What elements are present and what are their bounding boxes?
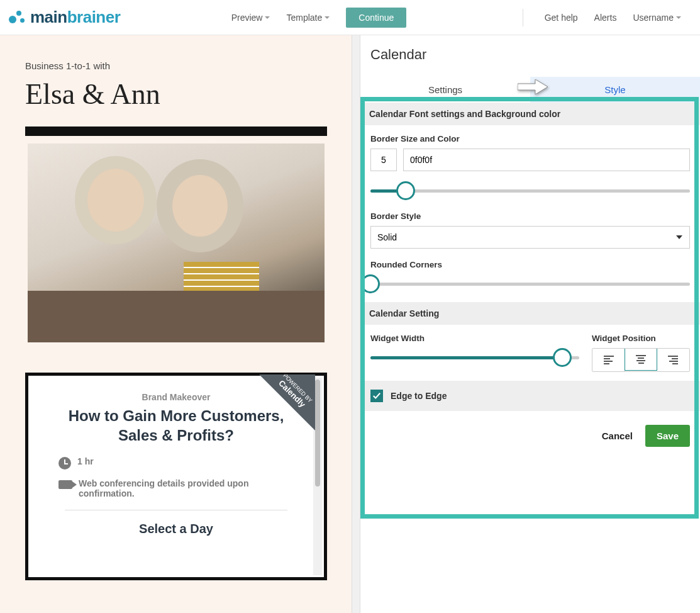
align-right-icon	[668, 356, 678, 364]
edge-to-edge-label: Edge to Edge	[391, 391, 447, 401]
slider-thumb[interactable]	[396, 181, 415, 200]
logo-text-accent: brainer	[67, 8, 121, 26]
widget-position-group	[592, 348, 690, 372]
hero-overline: Business 1-to-1 with	[25, 60, 326, 71]
event-category: Brand Makeover	[50, 392, 303, 402]
align-left-button[interactable]	[592, 349, 625, 371]
border-style-select[interactable]: Solid	[370, 226, 690, 249]
hero-title: Elsa & Ann	[25, 77, 326, 111]
save-button[interactable]: Save	[645, 425, 690, 447]
border-color-input[interactable]	[403, 149, 690, 171]
rounded-corners-label: Rounded Corners	[370, 260, 690, 269]
section-calendar-setting: Calendar Setting	[360, 302, 700, 325]
nav-username[interactable]: Username	[633, 13, 681, 23]
panel-title: Calendar	[360, 35, 700, 77]
divider	[65, 510, 287, 510]
clock-icon	[58, 457, 71, 470]
slider-thumb[interactable]	[553, 348, 572, 367]
chevron-down-icon	[325, 16, 330, 19]
panel-tabs: Settings Style	[360, 77, 700, 103]
align-center-icon	[636, 355, 646, 364]
select-day-heading: Select a Day	[50, 522, 303, 536]
event-location: Web conferencing details provided upon c…	[79, 478, 303, 498]
event-title: How to Gain More Customers, Sales & Prof…	[50, 406, 303, 445]
chevron-down-icon	[676, 16, 681, 19]
video-icon	[58, 480, 72, 489]
section-font-settings: Calendar Font settings and Background co…	[360, 103, 700, 125]
nav-gethelp[interactable]: Get help	[545, 13, 578, 23]
align-left-icon	[604, 356, 614, 364]
rounded-corners-slider[interactable]	[370, 274, 690, 293]
pane-resizer[interactable]	[352, 35, 360, 613]
widget-width-slider[interactable]	[370, 348, 579, 367]
logo-text-main: main	[30, 8, 67, 26]
calendly-widget[interactable]: POWERED BY Calendly Brand Makeover How t…	[25, 373, 327, 580]
hero-image	[28, 143, 325, 342]
scrollbar-thumb[interactable]	[315, 380, 320, 486]
top-nav: mainbrainer Preview Template Continue Ge…	[0, 0, 700, 35]
event-duration: 1 hr	[77, 456, 303, 466]
tab-settings[interactable]: Settings	[360, 77, 530, 103]
arrow-callout-icon	[518, 79, 548, 94]
border-size-input[interactable]	[370, 149, 397, 171]
nav-preview[interactable]: Preview	[231, 13, 270, 23]
widget-width-label: Widget Width	[370, 334, 579, 343]
nav-alerts[interactable]: Alerts	[594, 13, 617, 23]
tab-style[interactable]: Style	[530, 77, 700, 103]
continue-button[interactable]: Continue	[346, 8, 406, 28]
edge-to-edge-checkbox[interactable]	[370, 390, 383, 402]
border-size-slider[interactable]	[370, 181, 690, 200]
hero-divider	[25, 127, 327, 136]
properties-panel: Calendar Settings Style Calendar Font se…	[360, 35, 700, 613]
slider-thumb[interactable]	[361, 274, 380, 293]
check-icon	[372, 391, 381, 400]
edge-to-edge-row: Edge to Edge	[360, 381, 700, 411]
chevron-down-icon	[265, 16, 270, 19]
nav-template[interactable]: Template	[286, 13, 330, 23]
widget-position-label: Widget Position	[592, 334, 690, 343]
cancel-button[interactable]: Cancel	[602, 430, 633, 441]
divider	[523, 9, 523, 26]
align-right-button[interactable]	[657, 349, 689, 371]
brand-logo[interactable]: mainbrainer	[6, 8, 120, 27]
logo-icon	[8, 8, 26, 27]
align-center-button[interactable]	[625, 348, 657, 371]
preview-canvas: Business 1-to-1 with Elsa & Ann POWERED …	[0, 35, 352, 613]
border-size-color-label: Border Size and Color	[370, 134, 690, 143]
scrollbar[interactable]	[313, 378, 322, 575]
border-style-label: Border Style	[370, 211, 690, 221]
